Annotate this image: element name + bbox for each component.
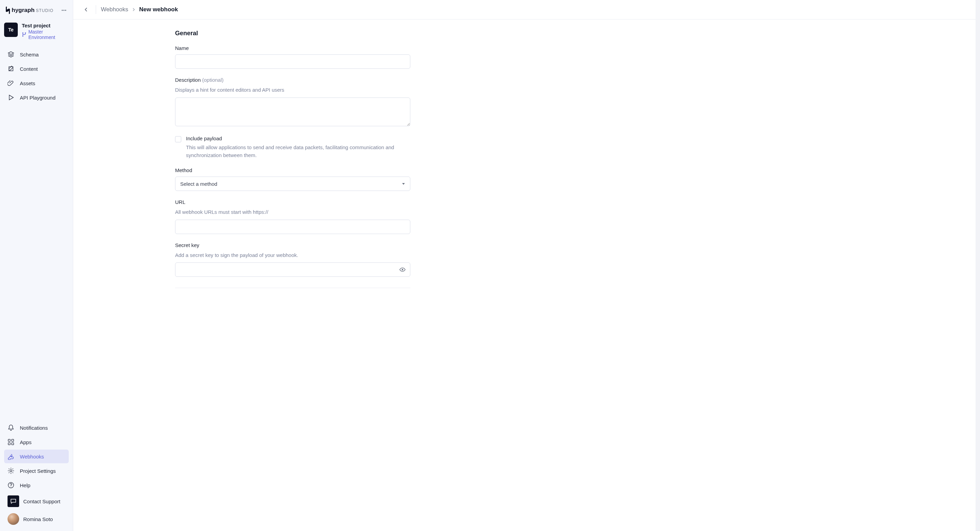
svg-point-10 xyxy=(10,470,12,472)
description-optional: (optional) xyxy=(202,77,224,83)
separator xyxy=(96,5,96,14)
project-name: Test project xyxy=(22,22,69,29)
svg-rect-6 xyxy=(8,439,10,442)
layers-icon xyxy=(8,51,14,58)
secret-hint: Add a secret key to sign the payload of … xyxy=(175,252,410,259)
nav-top: Schema Content Assets API Playground xyxy=(0,44,73,108)
name-input[interactable] xyxy=(175,54,410,69)
include-payload-label: Include payload xyxy=(186,136,410,141)
paperclip-icon xyxy=(8,80,14,86)
sidebar-more-button[interactable] xyxy=(60,6,68,14)
edit-icon xyxy=(8,65,14,72)
nav-item-project-settings[interactable]: Project Settings xyxy=(4,464,69,478)
nav-bottom: Notifications Apps Webhooks Project Sett… xyxy=(0,418,73,531)
nav-item-notifications[interactable]: Notifications xyxy=(4,421,69,435)
play-icon xyxy=(8,94,14,101)
nav-label: API Playground xyxy=(20,95,56,100)
sidebar: hygraph STUDIO Te Test project Master En… xyxy=(0,0,73,531)
nav-label: Webhooks xyxy=(20,454,44,459)
chevron-left-icon xyxy=(83,7,89,12)
topbar: Webhooks New webhook xyxy=(73,0,980,19)
svg-rect-8 xyxy=(8,443,10,445)
nav-label: Notifications xyxy=(20,425,48,431)
url-input[interactable] xyxy=(175,220,410,234)
nav-item-webhooks[interactable]: Webhooks xyxy=(4,450,69,463)
environment-name: Master Environment xyxy=(29,29,69,40)
nav-item-assets[interactable]: Assets xyxy=(4,76,69,90)
description-input[interactable] xyxy=(175,97,410,126)
description-label: Description (optional) xyxy=(175,77,410,83)
chat-icon xyxy=(8,496,19,507)
nav-label: Assets xyxy=(20,80,35,86)
nav-item-apps[interactable]: Apps xyxy=(4,435,69,449)
nav-item-help[interactable]: Help xyxy=(4,478,69,492)
method-placeholder: Select a method xyxy=(180,181,217,187)
include-payload-help: This will allow applications to send and… xyxy=(186,144,410,159)
svg-point-3 xyxy=(22,32,23,33)
brand-logo[interactable]: hygraph STUDIO xyxy=(5,6,53,14)
svg-point-13 xyxy=(402,269,403,270)
section-divider xyxy=(175,288,410,288)
reveal-secret-button[interactable] xyxy=(398,265,407,274)
gear-icon xyxy=(8,467,14,474)
logo-mark-icon xyxy=(5,6,11,14)
method-label: Method xyxy=(175,167,410,173)
scrollbar-track[interactable] xyxy=(975,0,980,531)
grid-icon xyxy=(8,439,14,445)
method-select[interactable]: Select a method xyxy=(175,177,410,191)
svg-point-12 xyxy=(11,486,11,487)
bell-icon xyxy=(8,424,14,431)
content-scroll[interactable]: General Name Description (optional) Disp… xyxy=(73,19,980,531)
nav-item-api-playground[interactable]: API Playground xyxy=(4,91,69,104)
breadcrumb: Webhooks New webhook xyxy=(101,6,178,13)
svg-rect-9 xyxy=(12,443,14,445)
back-button[interactable] xyxy=(81,5,91,14)
description-hint: Displays a hint for content editors and … xyxy=(175,86,410,94)
svg-rect-7 xyxy=(12,439,14,442)
url-label: URL xyxy=(175,199,410,205)
user-menu[interactable]: Romina Soto xyxy=(4,510,69,528)
nav-item-schema[interactable]: Schema xyxy=(4,48,69,61)
nav-label: Apps xyxy=(20,439,32,445)
chevron-right-icon xyxy=(132,8,136,12)
svg-point-1 xyxy=(64,10,65,11)
caret-down-icon xyxy=(402,182,405,185)
description-label-text: Description xyxy=(175,77,201,83)
project-switcher[interactable]: Te Test project Master Environment xyxy=(0,19,73,44)
main: Webhooks New webhook General Name Descri… xyxy=(73,0,980,531)
svg-point-0 xyxy=(62,10,63,11)
secret-label: Secret key xyxy=(175,242,410,248)
section-title: General xyxy=(175,30,410,37)
url-hint: All webhook URLs must start with https:/… xyxy=(175,208,410,216)
secret-input[interactable] xyxy=(175,262,410,277)
user-avatar xyxy=(8,513,19,525)
svg-point-5 xyxy=(22,35,23,37)
support-label: Contact Support xyxy=(23,499,60,504)
svg-point-4 xyxy=(25,32,26,33)
breadcrumb-parent[interactable]: Webhooks xyxy=(101,6,128,13)
nav-label: Content xyxy=(20,66,38,72)
user-name: Romina Soto xyxy=(23,516,53,522)
eye-icon xyxy=(399,266,406,273)
brand-name: hygraph xyxy=(12,7,35,14)
breadcrumb-current: New webhook xyxy=(139,6,178,13)
svg-point-2 xyxy=(65,10,66,11)
nav-label: Schema xyxy=(20,52,39,57)
dots-icon xyxy=(61,8,67,13)
name-label: Name xyxy=(175,45,410,51)
logo-row: hygraph STUDIO xyxy=(0,0,73,19)
nav-label: Project Settings xyxy=(20,468,56,474)
include-payload-checkbox[interactable] xyxy=(175,136,181,142)
nav-label: Help xyxy=(20,482,30,488)
question-icon xyxy=(8,482,14,489)
project-avatar: Te xyxy=(4,22,18,37)
branch-icon xyxy=(22,32,26,37)
nav-item-contact-support[interactable]: Contact Support xyxy=(4,493,69,510)
webhook-icon xyxy=(8,453,14,460)
brand-studio: STUDIO xyxy=(36,8,53,13)
nav-item-content[interactable]: Content xyxy=(4,62,69,76)
